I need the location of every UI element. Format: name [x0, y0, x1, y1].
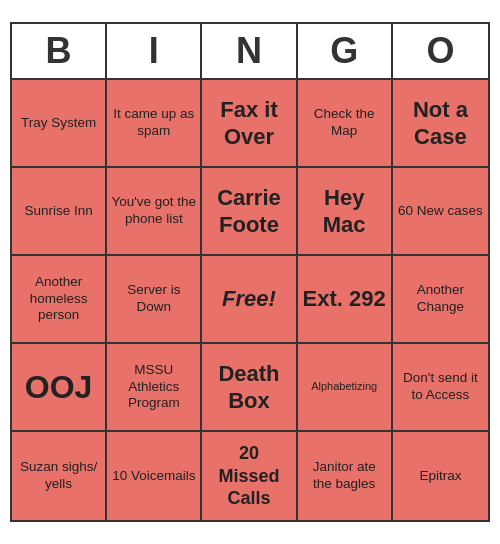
- bingo-cell: Free!: [202, 256, 297, 344]
- bingo-cell: It came up as spam: [107, 80, 202, 168]
- bingo-cell: OOJ: [12, 344, 107, 432]
- bingo-cell: MSSU Athletics Program: [107, 344, 202, 432]
- bingo-cell: Carrie Foote: [202, 168, 297, 256]
- bingo-header-letter: N: [202, 24, 297, 78]
- bingo-cell: Epitrax: [393, 432, 488, 520]
- bingo-cell: Hey Mac: [298, 168, 393, 256]
- bingo-cell: Ext. 292: [298, 256, 393, 344]
- bingo-cell: Another homeless person: [12, 256, 107, 344]
- bingo-cell: Janitor ate the bagles: [298, 432, 393, 520]
- bingo-cell: Fax it Over: [202, 80, 297, 168]
- bingo-cell: 20 Missed Calls: [202, 432, 297, 520]
- bingo-cell: Suzan sighs/ yells: [12, 432, 107, 520]
- bingo-cell: Server is Down: [107, 256, 202, 344]
- bingo-cell: Check the Map: [298, 80, 393, 168]
- bingo-cell: Tray System: [12, 80, 107, 168]
- bingo-cell: Sunrise Inn: [12, 168, 107, 256]
- bingo-cell: Don't send it to Access: [393, 344, 488, 432]
- bingo-header-letter: O: [393, 24, 488, 78]
- bingo-card: BINGO Tray SystemIt came up as spamFax i…: [10, 22, 490, 522]
- bingo-cell: 60 New cases: [393, 168, 488, 256]
- bingo-cell: Death Box: [202, 344, 297, 432]
- bingo-header-letter: G: [298, 24, 393, 78]
- bingo-cell: You've got the phone list: [107, 168, 202, 256]
- bingo-cell: Another Change: [393, 256, 488, 344]
- bingo-grid: Tray SystemIt came up as spamFax it Over…: [12, 80, 488, 520]
- bingo-cell: 10 Voicemails: [107, 432, 202, 520]
- bingo-header: BINGO: [12, 24, 488, 80]
- bingo-header-letter: B: [12, 24, 107, 78]
- bingo-cell: Alphabetizing: [298, 344, 393, 432]
- bingo-header-letter: I: [107, 24, 202, 78]
- bingo-cell: Not a Case: [393, 80, 488, 168]
